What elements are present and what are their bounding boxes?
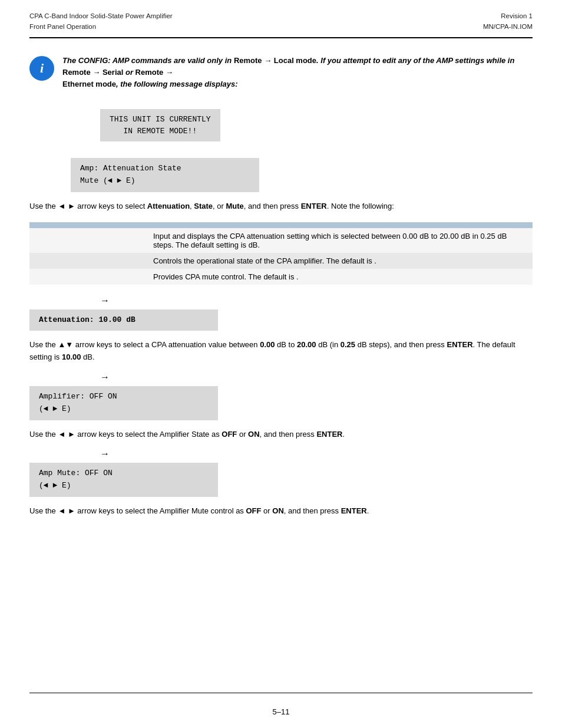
table-col2-header (147, 222, 533, 228)
amplifier-para: Use the ◄ ► arrow keys to select the Amp… (29, 429, 533, 441)
footer-area: 5–11 (0, 693, 562, 728)
header-left: CPA C-Band Indoor Solid-State Power Ampl… (29, 11, 173, 32)
attenuation-arrow: → (100, 295, 533, 306)
attenuation-box: Attenuation: 10.00 dB (29, 309, 218, 331)
header-docnum: MN/CPA-IN.IOM (483, 21, 533, 32)
table-cell-desc: Provides CPA mute control. The default i… (147, 269, 533, 285)
footer-page-number: 5–11 (0, 707, 562, 716)
attenuation-para: Use the ▲▼ arrow keys to select a CPA at… (29, 339, 533, 364)
content: i The CONFIG: AMP commands are valid onl… (0, 38, 562, 543)
page: CPA C-Band Indoor Solid-State Power Ampl… (0, 0, 562, 728)
amp-menu-box: Amp: Attenuation State Mute (◄ ► E) (71, 158, 259, 192)
mute-box: Amp Mute: OFF ON (◄ ► E) (29, 463, 218, 497)
notice-box: i The CONFIG: AMP commands are valid onl… (29, 55, 533, 90)
table-cell-desc: Controls the operational state of the CP… (147, 253, 533, 269)
mute-arrow: → (100, 449, 533, 459)
param-table: Input and displays the CPA attenuation s… (29, 222, 533, 285)
footer-rule (29, 693, 533, 693)
table-row: Provides CPA mute control. The default i… (29, 269, 533, 285)
header-revision: Revision 1 (483, 11, 533, 21)
table-row: Input and displays the CPA attenuation s… (29, 228, 533, 253)
header-subtitle: Front Panel Operation (29, 21, 173, 32)
notice-text: The CONFIG: AMP commands are valid only … (62, 55, 533, 90)
header-right: Revision 1 MN/CPA-IN.IOM (483, 11, 533, 32)
table-header-row (29, 222, 533, 228)
header-title: CPA C-Band Indoor Solid-State Power Ampl… (29, 11, 173, 21)
table-cell-label (29, 269, 147, 285)
info-icon: i (29, 56, 54, 81)
amplifier-box: Amplifier: OFF ON (◄ ► E) (29, 386, 218, 420)
table-cell-label (29, 253, 147, 269)
table-cell-desc: Input and displays the CPA attenuation s… (147, 228, 533, 253)
table-cell-label (29, 228, 147, 253)
intro-para: Use the ◄ ► arrow keys to select Attenua… (29, 200, 533, 213)
table-col1-header (29, 222, 147, 228)
header: CPA C-Band Indoor Solid-State Power Ampl… (0, 0, 562, 37)
table-row: Controls the operational state of the CP… (29, 253, 533, 269)
amplifier-arrow: → (100, 372, 533, 383)
remote-mode-box: THIS UNIT IS CURRENTLY IN REMOTE MODE!! (100, 109, 220, 141)
mute-para: Use the ◄ ► arrow keys to select the Amp… (29, 505, 533, 518)
